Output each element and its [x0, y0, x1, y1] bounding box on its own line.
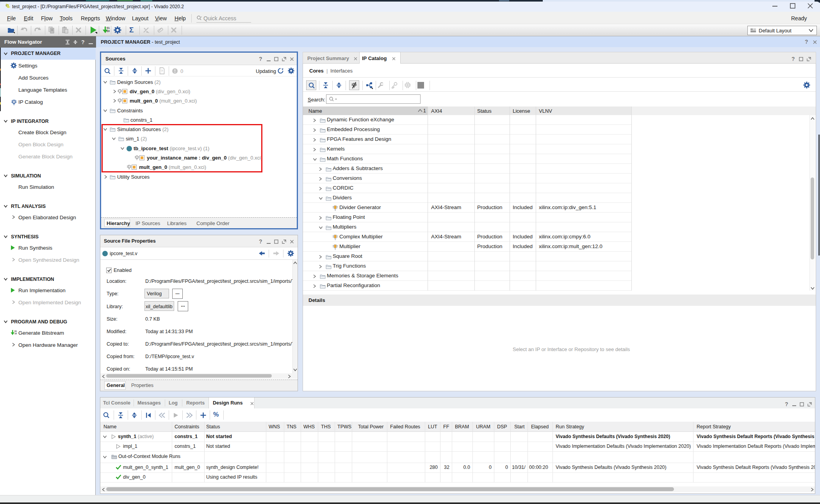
svg-text:10: 10 [107, 30, 110, 32]
svg-text:10: 10 [14, 332, 17, 335]
svg-text:?: ? [161, 69, 163, 73]
svg-text:01: 01 [107, 27, 110, 29]
